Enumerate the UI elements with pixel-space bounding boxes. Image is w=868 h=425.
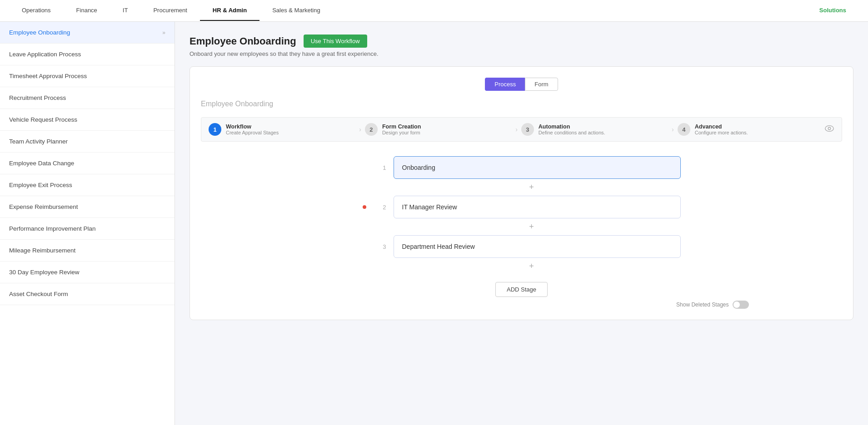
stage-3-plus-button[interactable]: + [529, 262, 534, 271]
main-layout: Employee Onboarding » Leave Application … [0, 22, 868, 425]
sidebar-item-employee-exit[interactable]: Employee Exit Process [0, 174, 175, 196]
sidebar: Employee Onboarding » Leave Application … [0, 22, 175, 425]
sidebar-item-label: Vehicle Request Process [9, 116, 77, 123]
step-arrow-3: › [672, 126, 674, 133]
sidebar-item-label: Expense Reimbursement [9, 203, 78, 210]
stage-1-box[interactable]: Onboarding [394, 156, 681, 179]
show-deleted-toggle[interactable] [733, 301, 749, 309]
step-1-sublabel: Create Approval Stages [226, 130, 279, 135]
nav-item-procurement[interactable]: Procurement [140, 0, 200, 21]
use-workflow-button[interactable]: Use This Workflow [304, 35, 367, 48]
step-arrow-2: › [515, 126, 518, 133]
eye-icon[interactable] [824, 124, 834, 136]
sidebar-item-label: Leave Application Process [9, 51, 81, 58]
sidebar-item-team-activity[interactable]: Team Activity Planner [0, 131, 175, 153]
step-1-number: 1 [209, 123, 221, 136]
sidebar-item-expense-reimbursement[interactable]: Expense Reimbursement [0, 196, 175, 218]
step-2-number: 2 [365, 123, 378, 136]
sidebar-item-label: 30 Day Employee Review [9, 269, 80, 276]
stage-2-box[interactable]: IT Manager Review [394, 196, 681, 218]
sidebar-item-label: Recruitment Process [9, 94, 66, 101]
stages-container: 1 Onboarding + 2 IT Manager Review + [201, 156, 842, 309]
top-nav: Operations Finance IT Procurement HR & A… [0, 0, 868, 22]
sidebar-item-employee-data-change[interactable]: Employee Data Change [0, 153, 175, 174]
stage-3-box[interactable]: Department Head Review [394, 235, 681, 258]
steps-bar: 1 Workflow Create Approval Stages › 2 Fo… [201, 117, 842, 142]
stage-row-2: 2 IT Manager Review [363, 196, 681, 218]
step-3-number: 3 [521, 123, 534, 136]
sidebar-item-asset-checkout[interactable]: Asset Checkout Form [0, 283, 175, 305]
stage-3-label: Department Head Review [402, 243, 475, 250]
sidebar-item-performance-improvement[interactable]: Performance Improvement Plan [0, 218, 175, 240]
nav-item-sales-marketing[interactable]: Sales & Marketing [259, 0, 333, 21]
add-stage-row: ADD Stage [363, 282, 681, 297]
nav-item-solutions[interactable]: Solutions [807, 0, 859, 21]
step-4-sublabel: Configure more actions. [695, 130, 748, 135]
svg-point-1 [828, 127, 831, 130]
tab-bar: Process Form [201, 78, 842, 91]
show-deleted-row: Show Deleted Stages [294, 301, 749, 309]
sidebar-item-label: Team Activity Planner [9, 138, 68, 145]
dot-indicator-2 [363, 205, 366, 209]
sidebar-item-30-day-review[interactable]: 30 Day Employee Review [0, 262, 175, 283]
stage-row-3: 3 Department Head Review [363, 235, 681, 258]
step-workflow[interactable]: 1 Workflow Create Approval Stages [209, 123, 355, 136]
page-subtitle: Onboard your new employees so that they … [190, 50, 853, 57]
step-form-creation[interactable]: 2 Form Creation Design your form [365, 123, 512, 136]
page-header: Employee Onboarding Use This Workflow [190, 35, 853, 48]
chevron-right-icon: » [162, 30, 165, 36]
step-4-number: 4 [678, 123, 690, 136]
svg-point-0 [825, 125, 833, 131]
step-1-label: Workflow [226, 124, 279, 130]
sidebar-item-recruitment-process[interactable]: Recruitment Process [0, 87, 175, 109]
tab-form[interactable]: Form [525, 78, 558, 91]
step-automation[interactable]: 3 Automation Define conditions and actio… [521, 123, 668, 136]
sidebar-item-employee-onboarding[interactable]: Employee Onboarding » [0, 22, 175, 44]
stage-1-plus-button[interactable]: + [529, 183, 534, 192]
show-deleted-label: Show Deleted Stages [676, 301, 728, 308]
stage-2-plus-button[interactable]: + [529, 222, 534, 232]
page-title: Employee Onboarding [190, 35, 296, 47]
nav-item-operations[interactable]: Operations [9, 0, 64, 21]
sidebar-item-timesheet-approval[interactable]: Timesheet Approval Process [0, 65, 175, 87]
sidebar-item-leave-application[interactable]: Leave Application Process [0, 44, 175, 65]
step-3-sublabel: Define conditions and actions. [539, 130, 605, 135]
stage-1-label: Onboarding [402, 164, 435, 171]
stage-2-number: 2 [374, 204, 386, 211]
step-advanced[interactable]: 4 Advanced Configure more actions. [678, 123, 824, 136]
nav-item-finance[interactable]: Finance [64, 0, 110, 21]
stage-row-1: 1 Onboarding [363, 156, 681, 179]
step-arrow-1: › [359, 126, 361, 133]
stage-3-number: 3 [374, 243, 386, 250]
sidebar-item-label: Employee Data Change [9, 160, 74, 167]
main-content: Employee Onboarding Use This Workflow On… [175, 22, 868, 425]
nav-item-it[interactable]: IT [110, 0, 141, 21]
sidebar-item-label: Performance Improvement Plan [9, 225, 96, 232]
tab-process[interactable]: Process [485, 78, 525, 91]
step-4-label: Advanced [695, 124, 748, 130]
sidebar-item-mileage-reimbursement[interactable]: Mileage Reimbursement [0, 240, 175, 262]
stage-2-label: IT Manager Review [402, 203, 457, 211]
workflow-card-title: Employee Onboarding [201, 100, 842, 108]
sidebar-item-label: Asset Checkout Form [9, 291, 68, 297]
sidebar-item-vehicle-request[interactable]: Vehicle Request Process [0, 109, 175, 131]
sidebar-item-label: Timesheet Approval Process [9, 73, 87, 79]
add-stage-button[interactable]: ADD Stage [495, 282, 548, 297]
step-3-label: Automation [539, 124, 605, 130]
sidebar-item-label: Mileage Reimbursement [9, 247, 75, 254]
sidebar-item-label: Employee Exit Process [9, 182, 72, 188]
workflow-card: Process Form Employee Onboarding 1 Workf… [190, 66, 853, 320]
step-2-sublabel: Design your form [382, 130, 421, 135]
stage-1-number: 1 [374, 164, 386, 171]
step-2-label: Form Creation [382, 124, 421, 130]
sidebar-item-label: Employee Onboarding [9, 29, 70, 36]
nav-item-hr-admin[interactable]: HR & Admin [200, 0, 259, 21]
